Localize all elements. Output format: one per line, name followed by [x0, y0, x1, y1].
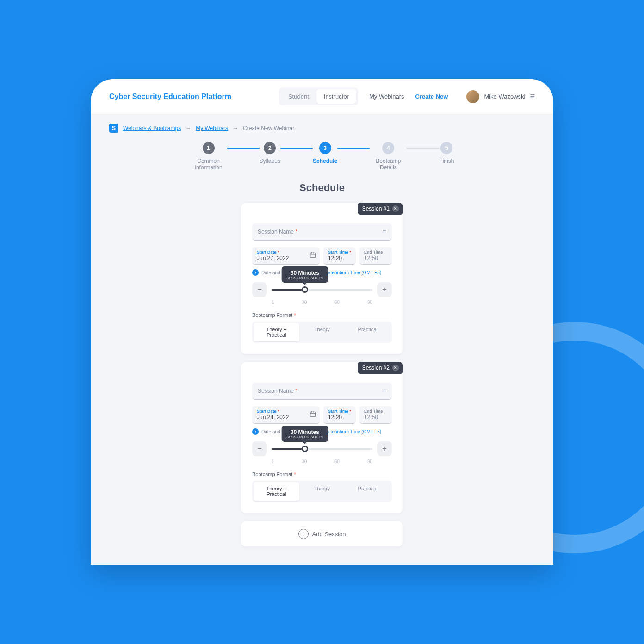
user-menu[interactable]: Mike Wazowski ≡: [466, 90, 535, 103]
tab-instructor[interactable]: Instructor: [316, 89, 356, 104]
format-label: Bootcamp Format *: [252, 471, 392, 477]
nav-create-new[interactable]: Create New: [415, 93, 448, 100]
end-time-display: End Time 12:50: [359, 406, 392, 424]
close-session-icon[interactable]: ✕: [392, 365, 399, 371]
session-name-input[interactable]: Session Name * ≡: [252, 383, 392, 400]
step-line: [227, 148, 260, 149]
slider-ticks: 1306090: [252, 459, 392, 464]
breadcrumb: S Webinars & Bootcamps → My Webinars → C…: [109, 124, 535, 133]
timezone-link[interactable]: Yekaterinburg Time (GMT +5): [321, 429, 381, 434]
format-tab-practical[interactable]: Practical: [345, 482, 390, 501]
step-line: [280, 148, 313, 149]
slider-track[interactable]: 30 Minutes SESSION DURATION: [272, 442, 372, 456]
drag-handle-icon[interactable]: ≡: [383, 228, 386, 235]
calendar-icon: [310, 252, 316, 260]
breadcrumb-link-0[interactable]: Webinars & Bootcamps: [123, 125, 181, 131]
session-card-2: Session #2 ✕ Session Name * ≡ Start Date…: [241, 362, 403, 513]
session-badge: Session #1 ✕: [358, 203, 403, 215]
slider-ticks: 1306090: [252, 300, 392, 305]
nav-my-webinars[interactable]: My Webinars: [369, 93, 404, 100]
increment-button[interactable]: +: [377, 282, 392, 297]
content: S Webinars & Bootcamps → My Webinars → C…: [91, 114, 553, 565]
format-tab-theory[interactable]: Theory: [299, 482, 345, 501]
step-2[interactable]: 2 Syllabus: [260, 142, 280, 164]
user-name: Mike Wazowski: [484, 93, 525, 100]
svg-rect-4: [310, 412, 316, 417]
info-icon: i: [252, 428, 259, 435]
slider-thumb[interactable]: [302, 446, 308, 452]
info-icon: i: [252, 269, 259, 276]
session-card-1: Session #1 ✕ Session Name * ≡ Start Date…: [241, 203, 403, 354]
step-4[interactable]: 4 Bootcamp Details: [370, 142, 407, 171]
format-label: Bootcamp Format *: [252, 312, 392, 318]
session-name-input[interactable]: Session Name * ≡: [252, 223, 392, 241]
start-date-input[interactable]: Start Date * Jun 27, 2022: [252, 247, 320, 265]
chevron-right-icon: →: [186, 125, 191, 131]
step-line: [407, 148, 439, 149]
nav-links: My Webinars Create New: [369, 93, 448, 100]
plus-icon: +: [298, 529, 309, 539]
svg-rect-0: [310, 253, 316, 258]
avatar: [466, 90, 479, 103]
slider-track[interactable]: 30 Minutes SESSION DURATION: [272, 283, 372, 297]
step-3[interactable]: 3 Schedule: [313, 142, 337, 164]
add-session-button[interactable]: + Add Session: [241, 521, 403, 546]
role-tabs: Student Instructor: [279, 87, 358, 105]
step-1[interactable]: 1 Common Information: [190, 142, 227, 171]
tab-student[interactable]: Student: [281, 89, 316, 104]
decrement-button[interactable]: −: [252, 441, 267, 456]
breadcrumb-current: Create New Webinar: [243, 125, 294, 131]
format-tab-theory-practical[interactable]: Theory + Practical: [254, 323, 299, 341]
logo[interactable]: Cyber Security Education Platform: [109, 93, 231, 101]
app-frame: Cyber Security Education Platform Studen…: [91, 79, 553, 565]
header: Cyber Security Education Platform Studen…: [91, 79, 553, 114]
format-tab-theory-practical[interactable]: Theory + Practical: [254, 482, 299, 501]
duration-slider: − 30 Minutes SESSION DURATION +: [252, 282, 392, 297]
slider-tooltip: 30 Minutes SESSION DURATION: [282, 266, 328, 283]
slider-thumb[interactable]: [302, 286, 308, 293]
decrement-button[interactable]: −: [252, 282, 267, 297]
chevron-right-icon: →: [233, 125, 238, 131]
breadcrumb-badge-icon: S: [109, 124, 118, 133]
format-tab-practical[interactable]: Practical: [345, 323, 390, 341]
increment-button[interactable]: +: [377, 441, 392, 456]
session-badge: Session #2 ✕: [358, 362, 403, 374]
end-time-display: End Time 12:50: [359, 247, 392, 265]
format-tabs: Theory + Practical Theory Practical: [252, 481, 392, 502]
hamburger-icon[interactable]: ≡: [530, 92, 535, 101]
format-tab-theory[interactable]: Theory: [299, 323, 345, 341]
start-time-input[interactable]: Start Time * 12:20: [323, 406, 356, 424]
slider-tooltip: 30 Minutes SESSION DURATION: [282, 426, 328, 442]
step-line: [337, 148, 370, 149]
breadcrumb-link-1[interactable]: My Webinars: [196, 125, 228, 131]
close-session-icon[interactable]: ✕: [392, 205, 399, 212]
timezone-link[interactable]: Yekaterinburg Time (GMT +5): [321, 270, 381, 275]
start-time-input[interactable]: Start Time * 12:20: [323, 247, 356, 265]
calendar-icon: [310, 411, 316, 419]
start-date-input[interactable]: Start Date * Jun 28, 2022: [252, 406, 320, 424]
page-title: Schedule: [109, 182, 535, 194]
format-tabs: Theory + Practical Theory Practical: [252, 322, 392, 343]
drag-handle-icon[interactable]: ≡: [383, 387, 386, 395]
stepper: 1 Common Information 2 Syllabus 3 Schedu…: [109, 142, 535, 171]
step-5[interactable]: 5 Finish: [439, 142, 454, 164]
duration-slider: − 30 Minutes SESSION DURATION +: [252, 441, 392, 456]
